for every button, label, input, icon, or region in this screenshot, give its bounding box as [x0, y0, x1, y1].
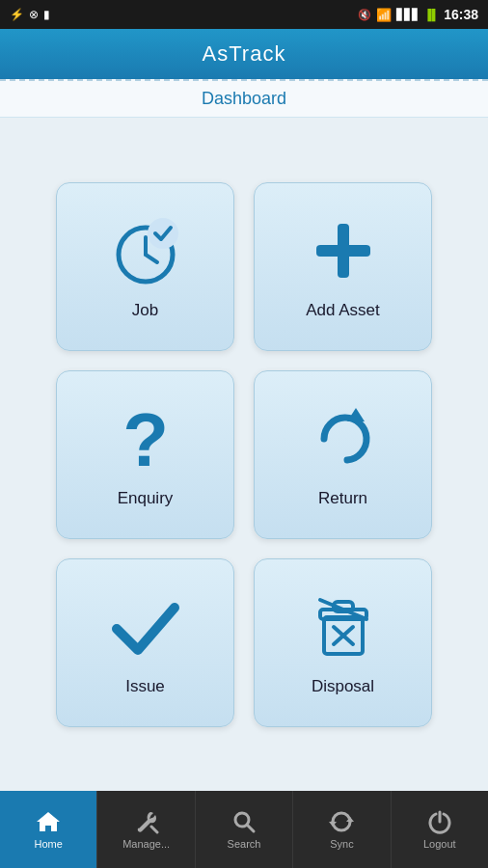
nav-manage[interactable]: Manage... — [97, 791, 195, 868]
svg-line-2 — [146, 255, 157, 262]
enquiry-tile[interactable]: ? Enquiry — [56, 370, 234, 539]
dashboard-title: Dashboard — [202, 89, 286, 109]
nav-search[interactable]: Search — [196, 791, 293, 868]
svg-rect-5 — [316, 245, 370, 257]
return-icon — [305, 400, 382, 477]
nav-home-label: Home — [35, 838, 63, 850]
sub-header: Dashboard — [0, 79, 488, 118]
svg-point-3 — [148, 218, 178, 249]
enquiry-label: Enquiry — [118, 489, 174, 508]
svg-line-17 — [248, 826, 255, 832]
svg-marker-14 — [37, 812, 60, 831]
nav-search-label: Search — [228, 838, 261, 850]
battery-icon: ▐▌ — [424, 9, 440, 20]
disposal-icon — [305, 588, 382, 665]
job-icon — [107, 212, 184, 289]
mute-icon: 🔇 — [358, 9, 371, 21]
nav-logout[interactable]: Logout — [392, 791, 488, 868]
dashboard-grid: Job Add Asset ? Enquiry — [0, 118, 488, 791]
add-asset-icon — [305, 212, 382, 289]
job-tile[interactable]: Job — [56, 182, 234, 351]
status-right-icons: 🔇 📶 ▋▋▋ ▐▌ 16:38 — [358, 7, 478, 22]
add-asset-tile[interactable]: Add Asset — [254, 182, 432, 351]
search-icon — [231, 809, 257, 834]
issue-icon — [107, 588, 184, 665]
status-left-icons: ⚡ ⊗ ▮ — [10, 8, 50, 21]
clock-display: 16:38 — [444, 7, 478, 22]
tile-row-3: Issue Disposal — [29, 558, 459, 727]
power-icon — [427, 809, 452, 834]
svg-line-15 — [151, 827, 157, 832]
sync-icon — [329, 809, 354, 834]
nav-sync-label: Sync — [330, 838, 353, 850]
enquiry-icon: ? — [107, 400, 184, 477]
nav-home[interactable]: Home — [0, 791, 97, 868]
block-icon: ⊗ — [29, 8, 39, 21]
status-bar: ⚡ ⊗ ▮ 🔇 📶 ▋▋▋ ▐▌ 16:38 — [0, 0, 488, 29]
disposal-label: Disposal — [312, 677, 374, 696]
app-title: AsTrack — [203, 41, 286, 67]
nav-sync[interactable]: Sync — [293, 791, 391, 868]
signal-icon: ▋▋▋ — [396, 9, 420, 21]
tile-row-2: ? Enquiry Return — [29, 370, 459, 539]
job-label: Job — [132, 301, 158, 320]
tools-icon — [134, 809, 159, 834]
tile-row-1: Job Add Asset — [29, 182, 459, 351]
app-header: AsTrack — [0, 29, 488, 79]
add-asset-label: Add Asset — [306, 301, 380, 320]
wifi-icon: 📶 — [376, 8, 392, 22]
svg-text:?: ? — [122, 400, 169, 477]
disposal-tile[interactable]: Disposal — [254, 558, 432, 727]
return-tile[interactable]: Return — [254, 370, 432, 539]
nav-manage-label: Manage... — [122, 838, 170, 850]
sim-icon: ▮ — [43, 8, 50, 21]
issue-tile[interactable]: Issue — [56, 558, 234, 727]
issue-label: Issue — [125, 677, 165, 696]
home-icon — [36, 809, 61, 834]
return-label: Return — [318, 489, 367, 508]
nav-logout-label: Logout — [423, 838, 456, 850]
bottom-nav: Home Manage... Search — [0, 791, 488, 868]
usb-icon: ⚡ — [10, 8, 24, 21]
